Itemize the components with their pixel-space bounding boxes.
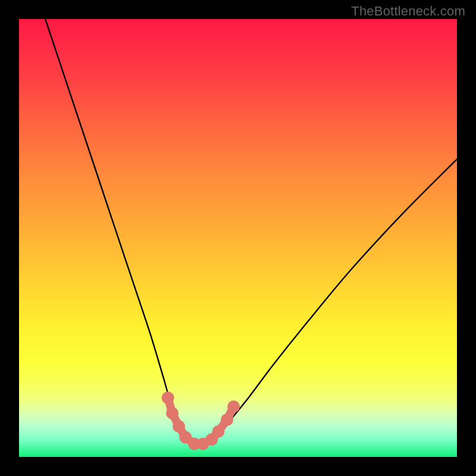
marker-dot [166, 407, 178, 419]
chart-frame: TheBottleneck.com [0, 0, 476, 476]
marker-dot [173, 420, 185, 433]
marker-dot [227, 400, 240, 413]
marker-dot [162, 392, 174, 404]
watermark-text: TheBottleneck.com [351, 4, 465, 19]
plot-area [19, 19, 457, 457]
curve-layer [19, 19, 457, 457]
bottleneck-curve [45, 19, 457, 444]
marker-dot [221, 414, 233, 426]
marker-dot [212, 425, 224, 438]
